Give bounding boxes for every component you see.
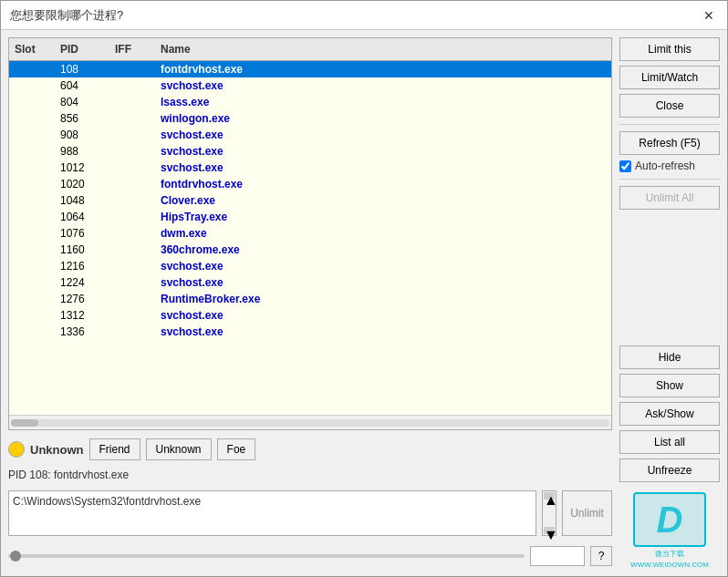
close-window-icon[interactable]: ✕ bbox=[700, 6, 718, 25]
scrollbar-thumb[interactable] bbox=[11, 419, 38, 427]
cell-iff bbox=[109, 297, 155, 301]
cell-pid: 108 bbox=[55, 61, 109, 77]
friend-button[interactable]: Friend bbox=[89, 438, 140, 460]
table-row[interactable]: 604 svchost.exe bbox=[9, 77, 611, 94]
cell-slot bbox=[9, 166, 55, 170]
watermark-box: D bbox=[633, 492, 706, 547]
table-row[interactable]: 1336 svchost.exe bbox=[9, 324, 611, 340]
show-button[interactable]: Show bbox=[619, 374, 720, 397]
table-row[interactable]: 1012 svchost.exe bbox=[9, 160, 611, 176]
path-scroll-up[interactable]: ▲ bbox=[544, 492, 555, 500]
unknown-button[interactable]: Unknown bbox=[146, 438, 212, 460]
table-row[interactable]: 1216 svchost.exe bbox=[9, 258, 611, 274]
watermark-subtext: 微当下载 bbox=[655, 549, 684, 559]
table-row[interactable]: 1224 svchost.exe bbox=[9, 274, 611, 291]
limit-this-button[interactable]: Limit this bbox=[619, 37, 720, 61]
status-unknown-label: Unknown bbox=[30, 443, 84, 457]
cell-name: svchost.exe bbox=[155, 127, 611, 143]
table-row[interactable]: 1276 RuntimeBroker.exe bbox=[9, 291, 611, 307]
cell-name: fontdrvhost.exe bbox=[155, 61, 611, 77]
cell-iff bbox=[109, 117, 155, 120]
slider-container[interactable] bbox=[8, 547, 525, 565]
cell-slot bbox=[9, 232, 55, 235]
path-scroll-down[interactable]: ▼ bbox=[544, 527, 555, 534]
foe-button[interactable]: Foe bbox=[217, 438, 256, 460]
cell-pid: 1216 bbox=[55, 258, 109, 274]
cell-slot bbox=[9, 117, 55, 120]
auto-refresh-label: Auto-refresh bbox=[635, 160, 695, 172]
unlimit-button[interactable]: Unlimit bbox=[562, 490, 612, 536]
divider-2 bbox=[619, 179, 720, 180]
unfreeze-button[interactable]: Unfreeze bbox=[619, 459, 720, 482]
table-row[interactable]: 1312 svchost.exe bbox=[9, 307, 611, 324]
cell-name: dwm.exe bbox=[155, 225, 611, 242]
cell-name: 360chrome.exe bbox=[155, 242, 611, 258]
table-row[interactable]: 1064 HipsTray.exe bbox=[9, 209, 611, 225]
bottom-row: ? bbox=[8, 543, 612, 569]
cell-iff bbox=[109, 67, 155, 71]
ask-show-button[interactable]: Ask/Show bbox=[619, 402, 720, 426]
cell-slot bbox=[9, 149, 55, 153]
table-row[interactable]: 1160 360chrome.exe bbox=[9, 242, 611, 258]
cell-slot bbox=[9, 248, 55, 252]
right-panel-bottom: Hide Show Ask/Show List all Unfreeze D 微… bbox=[619, 345, 720, 569]
table-row[interactable]: 1076 dwm.exe bbox=[9, 225, 611, 242]
table-row[interactable]: 1048 Clover.exe bbox=[9, 192, 611, 209]
path-textarea[interactable] bbox=[8, 490, 536, 536]
list-all-button[interactable]: List all bbox=[619, 430, 720, 454]
cell-slot bbox=[9, 199, 55, 202]
limit-watch-button[interactable]: Limit/Watch bbox=[619, 66, 720, 89]
scrollbar-track bbox=[11, 419, 609, 427]
table-scroll-area[interactable]: 108 fontdrvhost.exe 604 svchost.exe 804 … bbox=[9, 61, 611, 415]
table-row[interactable]: 856 winlogon.exe bbox=[9, 110, 611, 127]
cell-slot bbox=[9, 100, 55, 104]
unlimit-all-button[interactable]: Unlimit All bbox=[619, 186, 720, 210]
horizontal-scrollbar[interactable] bbox=[9, 415, 611, 429]
cell-pid: 908 bbox=[55, 127, 109, 143]
cell-pid: 1020 bbox=[55, 176, 109, 192]
limit-slider[interactable] bbox=[8, 554, 525, 558]
cell-name: fontdrvhost.exe bbox=[155, 176, 611, 192]
cell-name: svchost.exe bbox=[155, 160, 611, 176]
refresh-button[interactable]: Refresh (F5) bbox=[619, 131, 720, 155]
question-button[interactable]: ? bbox=[590, 546, 612, 566]
cell-iff bbox=[109, 100, 155, 104]
path-scrollbar[interactable]: ▲ ▼ bbox=[542, 490, 556, 536]
table-row[interactable]: 108 fontdrvhost.exe bbox=[9, 61, 611, 77]
cell-iff bbox=[109, 166, 155, 170]
table-row[interactable]: 988 svchost.exe bbox=[9, 143, 611, 160]
cell-slot bbox=[9, 133, 55, 137]
cell-iff bbox=[109, 133, 155, 137]
cell-pid: 1064 bbox=[55, 209, 109, 225]
cell-slot bbox=[9, 281, 55, 284]
hide-button[interactable]: Hide bbox=[619, 345, 720, 369]
cell-iff bbox=[109, 215, 155, 219]
watermark-container: D 微当下载 WWW.WEIDOWN.COM bbox=[619, 490, 720, 569]
close-button[interactable]: Close bbox=[619, 94, 720, 118]
main-window: 您想要限制哪个进程? ✕ Slot PID IFF Name 108 fontd… bbox=[0, 0, 728, 577]
value-input[interactable] bbox=[530, 546, 585, 566]
slider-thumb[interactable] bbox=[10, 551, 21, 562]
cell-name: svchost.exe bbox=[155, 274, 611, 291]
cell-name: svchost.exe bbox=[155, 143, 611, 160]
table-row[interactable]: 908 svchost.exe bbox=[9, 127, 611, 143]
table-row[interactable]: 804 lsass.exe bbox=[9, 94, 611, 110]
cell-iff bbox=[109, 182, 155, 186]
cell-slot bbox=[9, 314, 55, 317]
table-header: Slot PID IFF Name bbox=[9, 38, 611, 61]
cell-iff bbox=[109, 199, 155, 202]
table-row[interactable]: 1020 fontdrvhost.exe bbox=[9, 176, 611, 192]
cell-name: HipsTray.exe bbox=[155, 209, 611, 225]
cell-iff bbox=[109, 314, 155, 317]
cell-name: svchost.exe bbox=[155, 307, 611, 324]
cell-pid: 1336 bbox=[55, 324, 109, 340]
cell-iff bbox=[109, 149, 155, 153]
auto-refresh-checkbox[interactable] bbox=[619, 160, 631, 172]
cell-name: svchost.exe bbox=[155, 324, 611, 340]
watermark-url: WWW.WEIDOWN.COM bbox=[630, 561, 709, 569]
cell-slot bbox=[9, 182, 55, 186]
title-bar: 您想要限制哪个进程? ✕ bbox=[1, 1, 727, 30]
cell-iff bbox=[109, 264, 155, 268]
cell-name: Clover.exe bbox=[155, 192, 611, 209]
cell-iff bbox=[109, 232, 155, 235]
